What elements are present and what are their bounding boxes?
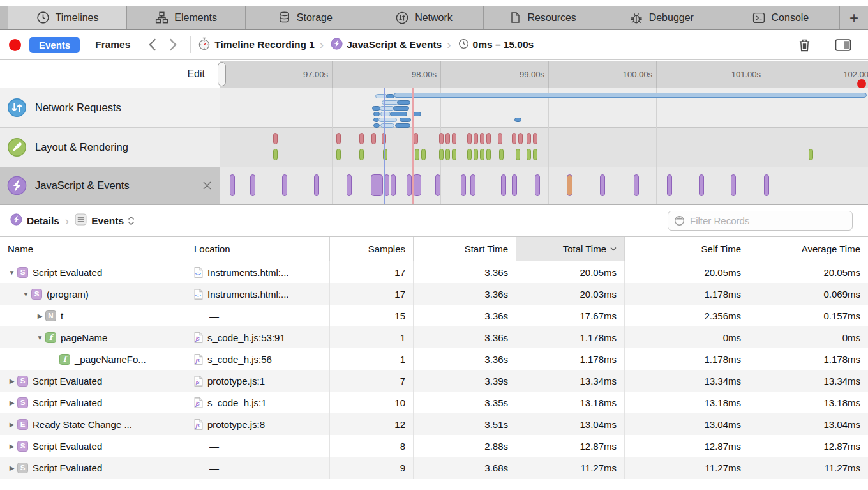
timeline-row-network-requests[interactable]: Network Requests [0,88,220,128]
tab-network[interactable]: Network [364,6,483,29]
disclosure-open-icon[interactable]: ▼ [22,291,30,298]
layout-event-pill[interactable] [498,133,502,144]
network-request-bar[interactable] [380,106,394,111]
js-event-pill[interactable] [634,174,639,196]
paint-event-pill[interactable] [809,149,813,160]
js-event-pill[interactable] [230,174,235,196]
js-event-pill[interactable] [250,174,255,196]
network-request-bar[interactable] [514,118,521,122]
js-event-pill[interactable] [371,174,383,196]
column-header-samples[interactable]: Samples [330,237,414,261]
tab-debugger[interactable]: Debugger [602,6,721,29]
network-request-bar[interactable] [400,118,411,122]
column-header-average-time[interactable]: Average Time [749,237,868,261]
tab-console[interactable]: Console [721,6,840,29]
paint-event-pill[interactable] [439,149,444,160]
column-header-total-time[interactable]: Total Time [516,237,625,261]
layout-event-pill[interactable] [533,133,537,144]
record-location[interactable]: s_code_h.js:53:91 [207,332,285,343]
paint-event-pill[interactable] [445,149,450,160]
layout-event-pill[interactable] [445,133,450,144]
js-event-pill[interactable] [314,174,319,196]
paint-event-pill[interactable] [474,149,478,160]
edit-button[interactable]: Edit [187,68,205,80]
tab-resources[interactable]: Resources [484,6,602,29]
layout-event-pill[interactable] [467,133,472,144]
table-row[interactable]: f_pageNameFo...jss_code_h.js:5613.36s1.1… [0,348,868,370]
close-timeline-button[interactable] [202,181,212,190]
timeline-row-javascript-events[interactable]: JavaScript & Events [0,167,220,204]
timeline-row-layout-rendering[interactable]: Layout & Rendering [0,128,220,167]
paint-event-pill[interactable] [359,149,364,160]
js-event-pill[interactable] [435,174,440,196]
js-event-pill[interactable] [461,174,466,196]
table-row[interactable]: ▼SScript Evaluated<>Instruments.html:...… [0,261,868,283]
network-request-bar[interactable] [394,93,867,98]
paint-event-pill[interactable] [499,149,504,160]
network-request-bar[interactable] [413,112,421,116]
filter-records-input[interactable] [668,211,853,231]
layout-event-pill[interactable] [486,133,491,144]
disclosure-closed-icon[interactable]: ▶ [8,443,16,450]
js-event-pill[interactable] [535,174,540,196]
layout-event-pill[interactable] [518,133,523,144]
record-location[interactable]: Instruments.html:... [207,267,289,278]
tab-elements[interactable]: Elements [127,6,246,29]
breadcrumb-recording[interactable]: Timeline Recording 1 [198,37,314,53]
network-request-bar[interactable] [390,112,407,116]
js-event-pill[interactable] [600,174,605,196]
disclosure-closed-icon[interactable]: ▶ [8,399,16,406]
disclosure-closed-icon[interactable]: ▶ [8,464,16,471]
current-time-scrubber[interactable] [857,79,866,88]
paint-event-pill[interactable] [480,149,484,160]
layout-event-pill[interactable] [336,133,341,144]
column-header-self-time[interactable]: Self Time [625,237,749,261]
js-event-pill[interactable] [413,174,421,196]
record-location[interactable]: Instruments.html:... [207,289,289,300]
events-view-button[interactable]: Events [29,37,80,53]
paint-event-pill[interactable] [516,149,520,160]
table-row[interactable]: ▶SScript Evaluated—93.68s11.27ms11.27ms1… [0,457,868,479]
column-header-name[interactable]: Name [0,237,186,261]
view-mode-select[interactable]: Events [91,215,124,227]
back-button[interactable] [148,38,156,51]
frames-view-button[interactable]: Frames [95,39,130,50]
disclosure-closed-icon[interactable]: ▶ [8,378,16,385]
js-event-pill[interactable] [764,174,769,196]
column-header-location[interactable]: Location [186,237,330,261]
network-request-bar[interactable] [378,118,397,122]
js-event-pill[interactable] [567,174,572,196]
layout-event-pill[interactable] [452,133,456,144]
disclosure-open-icon[interactable]: ▼ [36,334,44,341]
record-location[interactable]: s_code_h.js:56 [207,354,272,365]
paint-event-pill[interactable] [467,149,472,160]
js-event-pill[interactable] [282,174,287,196]
add-tab-button[interactable]: + [840,6,868,29]
paint-event-pill[interactable] [421,149,426,160]
layout-event-pill[interactable] [512,133,516,144]
layout-event-pill[interactable] [371,133,376,144]
layout-event-pill[interactable] [480,133,484,144]
record-location[interactable]: s_code_h.js:1 [207,397,267,408]
table-row[interactable]: ▶SScript Evaluatedjsprototype.js:173.39s… [0,370,868,392]
disclosure-closed-icon[interactable]: ▶ [36,312,44,319]
filter-records-field[interactable] [668,211,853,231]
js-event-pill[interactable] [731,174,736,196]
js-event-pill[interactable] [501,174,506,196]
breadcrumb-timeline[interactable]: JavaScript & Events [331,38,442,52]
js-event-pill[interactable] [667,174,672,196]
record-button[interactable] [9,39,21,51]
js-event-pill[interactable] [391,174,396,196]
selection-handle[interactable] [218,62,226,86]
js-event-pill[interactable] [512,174,517,196]
js-event-pill[interactable] [470,174,475,196]
paint-event-pill[interactable] [452,149,456,160]
js-event-pill[interactable] [347,174,352,196]
paint-event-pill[interactable] [533,149,537,160]
tab-storage[interactable]: Storage [246,6,364,29]
table-row[interactable]: ▶EReady State Change ...jsprototype.js:8… [0,413,868,435]
network-request-bar[interactable] [373,112,380,116]
layout-event-pill[interactable] [273,133,278,144]
js-event-pill[interactable] [699,174,704,196]
table-row[interactable]: ▼fpageNamejss_code_h.js:53:9113.36s1.178… [0,326,868,348]
